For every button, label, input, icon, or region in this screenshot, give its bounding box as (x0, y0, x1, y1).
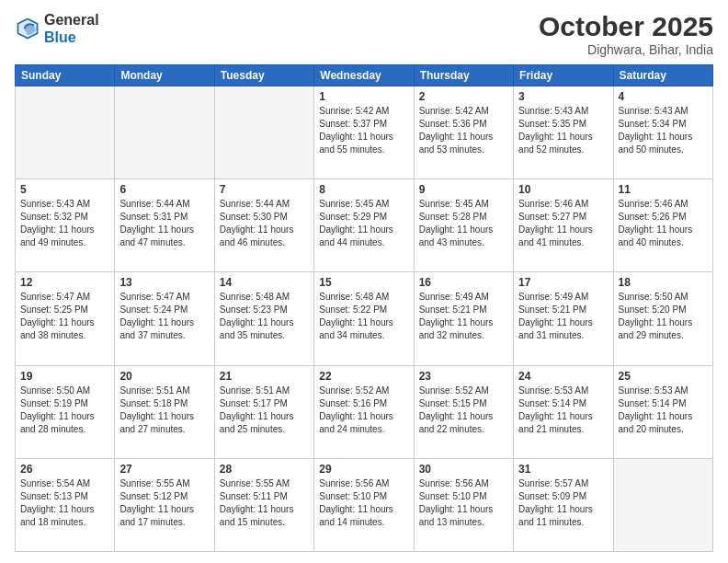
calendar-cell: 10Sunrise: 5:46 AM Sunset: 5:27 PM Dayli… (514, 179, 613, 272)
month-title: October 2025 (539, 11, 713, 42)
day-number: 11 (619, 183, 708, 196)
calendar-cell: 12Sunrise: 5:47 AM Sunset: 5:25 PM Dayli… (16, 272, 115, 365)
calendar-cell: 7Sunrise: 5:44 AM Sunset: 5:30 PM Daylig… (214, 179, 313, 272)
calendar-header-row: SundayMondayTuesdayWednesdayThursdayFrid… (16, 65, 713, 86)
calendar-cell: 20Sunrise: 5:51 AM Sunset: 5:18 PM Dayli… (115, 365, 214, 458)
day-info: Sunrise: 5:46 AM Sunset: 5:27 PM Dayligh… (518, 198, 608, 249)
day-number: 14 (220, 276, 309, 289)
day-number: 19 (20, 370, 109, 383)
day-number: 16 (419, 276, 508, 289)
day-info: Sunrise: 5:52 AM Sunset: 5:15 PM Dayligh… (419, 385, 508, 436)
day-info: Sunrise: 5:51 AM Sunset: 5:17 PM Dayligh… (220, 385, 309, 436)
day-info: Sunrise: 5:42 AM Sunset: 5:36 PM Dayligh… (419, 105, 508, 156)
calendar-week-row: 26Sunrise: 5:54 AM Sunset: 5:13 PM Dayli… (16, 458, 713, 551)
header: General Blue October 2025 Dighwara, Biha… (15, 11, 713, 57)
calendar-day-header: Saturday (613, 65, 712, 86)
day-number: 9 (419, 183, 508, 196)
calendar-cell: 9Sunrise: 5:45 AM Sunset: 5:28 PM Daylig… (414, 179, 513, 272)
calendar-cell: 8Sunrise: 5:45 AM Sunset: 5:29 PM Daylig… (314, 179, 414, 272)
day-info: Sunrise: 5:42 AM Sunset: 5:37 PM Dayligh… (319, 105, 408, 156)
calendar-cell (16, 86, 115, 179)
day-info: Sunrise: 5:56 AM Sunset: 5:10 PM Dayligh… (419, 477, 508, 529)
calendar-cell: 19Sunrise: 5:50 AM Sunset: 5:19 PM Dayli… (16, 365, 115, 458)
day-info: Sunrise: 5:47 AM Sunset: 5:24 PM Dayligh… (119, 291, 209, 342)
day-number: 17 (518, 276, 608, 289)
day-info: Sunrise: 5:50 AM Sunset: 5:19 PM Dayligh… (20, 385, 109, 436)
calendar-cell (613, 458, 712, 551)
calendar-cell: 11Sunrise: 5:46 AM Sunset: 5:26 PM Dayli… (613, 179, 712, 272)
day-info: Sunrise: 5:44 AM Sunset: 5:30 PM Dayligh… (220, 198, 309, 249)
calendar-cell: 1Sunrise: 5:42 AM Sunset: 5:37 PM Daylig… (314, 86, 414, 179)
day-info: Sunrise: 5:45 AM Sunset: 5:29 PM Dayligh… (319, 198, 408, 249)
day-info: Sunrise: 5:43 AM Sunset: 5:35 PM Dayligh… (518, 105, 608, 156)
day-number: 22 (319, 370, 408, 383)
day-info: Sunrise: 5:56 AM Sunset: 5:10 PM Dayligh… (319, 477, 408, 529)
day-number: 15 (319, 276, 408, 289)
calendar-week-row: 19Sunrise: 5:50 AM Sunset: 5:19 PM Dayli… (16, 365, 713, 458)
day-number: 25 (619, 370, 708, 383)
page: General Blue October 2025 Dighwara, Biha… (0, 0, 728, 563)
day-info: Sunrise: 5:51 AM Sunset: 5:18 PM Dayligh… (119, 385, 209, 436)
calendar-cell: 21Sunrise: 5:51 AM Sunset: 5:17 PM Dayli… (214, 365, 313, 458)
logo-text: General Blue (44, 11, 99, 46)
calendar-cell: 30Sunrise: 5:56 AM Sunset: 5:10 PM Dayli… (414, 458, 513, 551)
calendar-cell: 26Sunrise: 5:54 AM Sunset: 5:13 PM Dayli… (16, 458, 115, 551)
day-info: Sunrise: 5:57 AM Sunset: 5:09 PM Dayligh… (518, 477, 608, 529)
calendar-week-row: 5Sunrise: 5:43 AM Sunset: 5:32 PM Daylig… (16, 179, 713, 272)
day-number: 26 (20, 463, 109, 476)
day-number: 28 (220, 463, 309, 476)
logo: General Blue (15, 11, 99, 46)
calendar-cell: 5Sunrise: 5:43 AM Sunset: 5:32 PM Daylig… (16, 179, 115, 272)
calendar-day-header: Tuesday (214, 65, 313, 86)
day-info: Sunrise: 5:55 AM Sunset: 5:11 PM Dayligh… (220, 477, 309, 529)
calendar-day-header: Thursday (414, 65, 513, 86)
day-number: 3 (518, 90, 608, 103)
calendar-table: SundayMondayTuesdayWednesdayThursdayFrid… (15, 64, 713, 552)
calendar-week-row: 12Sunrise: 5:47 AM Sunset: 5:25 PM Dayli… (16, 272, 713, 365)
calendar-week-row: 1Sunrise: 5:42 AM Sunset: 5:37 PM Daylig… (16, 86, 713, 179)
day-number: 12 (20, 276, 109, 289)
day-info: Sunrise: 5:46 AM Sunset: 5:26 PM Dayligh… (619, 198, 708, 249)
calendar-cell: 27Sunrise: 5:55 AM Sunset: 5:12 PM Dayli… (115, 458, 214, 551)
day-number: 30 (419, 463, 508, 476)
calendar-cell: 16Sunrise: 5:49 AM Sunset: 5:21 PM Dayli… (414, 272, 513, 365)
calendar-cell: 13Sunrise: 5:47 AM Sunset: 5:24 PM Dayli… (115, 272, 214, 365)
day-number: 6 (119, 183, 209, 196)
day-info: Sunrise: 5:49 AM Sunset: 5:21 PM Dayligh… (419, 291, 508, 342)
day-number: 1 (319, 90, 408, 103)
calendar-cell: 31Sunrise: 5:57 AM Sunset: 5:09 PM Dayli… (514, 458, 613, 551)
calendar-cell: 24Sunrise: 5:53 AM Sunset: 5:14 PM Dayli… (514, 365, 613, 458)
day-number: 29 (319, 463, 408, 476)
day-info: Sunrise: 5:48 AM Sunset: 5:23 PM Dayligh… (220, 291, 309, 342)
day-info: Sunrise: 5:48 AM Sunset: 5:22 PM Dayligh… (319, 291, 408, 342)
day-number: 4 (619, 90, 708, 103)
day-info: Sunrise: 5:43 AM Sunset: 5:34 PM Dayligh… (619, 105, 708, 156)
logo-blue: Blue (44, 29, 76, 45)
day-number: 21 (220, 370, 309, 383)
day-info: Sunrise: 5:53 AM Sunset: 5:14 PM Dayligh… (619, 385, 708, 436)
day-info: Sunrise: 5:50 AM Sunset: 5:20 PM Dayligh… (619, 291, 708, 342)
calendar-cell: 2Sunrise: 5:42 AM Sunset: 5:36 PM Daylig… (414, 86, 513, 179)
calendar-cell: 4Sunrise: 5:43 AM Sunset: 5:34 PM Daylig… (613, 86, 712, 179)
calendar-cell: 23Sunrise: 5:52 AM Sunset: 5:15 PM Dayli… (414, 365, 513, 458)
day-number: 18 (619, 276, 708, 289)
calendar-cell (214, 86, 313, 179)
calendar-cell: 22Sunrise: 5:52 AM Sunset: 5:16 PM Dayli… (314, 365, 414, 458)
day-number: 13 (119, 276, 209, 289)
calendar-cell: 15Sunrise: 5:48 AM Sunset: 5:22 PM Dayli… (314, 272, 414, 365)
day-info: Sunrise: 5:45 AM Sunset: 5:28 PM Dayligh… (419, 198, 508, 249)
calendar-cell: 18Sunrise: 5:50 AM Sunset: 5:20 PM Dayli… (613, 272, 712, 365)
calendar-day-header: Friday (514, 65, 613, 86)
day-info: Sunrise: 5:44 AM Sunset: 5:31 PM Dayligh… (119, 198, 209, 249)
logo-general: General (44, 12, 99, 28)
day-info: Sunrise: 5:52 AM Sunset: 5:16 PM Dayligh… (319, 385, 408, 436)
location: Dighwara, Bihar, India (539, 42, 713, 57)
day-info: Sunrise: 5:55 AM Sunset: 5:12 PM Dayligh… (119, 477, 209, 529)
day-info: Sunrise: 5:53 AM Sunset: 5:14 PM Dayligh… (518, 385, 608, 436)
calendar-day-header: Wednesday (314, 65, 414, 86)
calendar-day-header: Sunday (16, 65, 115, 86)
day-info: Sunrise: 5:54 AM Sunset: 5:13 PM Dayligh… (20, 477, 109, 529)
day-number: 24 (518, 370, 608, 383)
calendar-day-header: Monday (115, 65, 214, 86)
calendar-cell: 28Sunrise: 5:55 AM Sunset: 5:11 PM Dayli… (214, 458, 313, 551)
